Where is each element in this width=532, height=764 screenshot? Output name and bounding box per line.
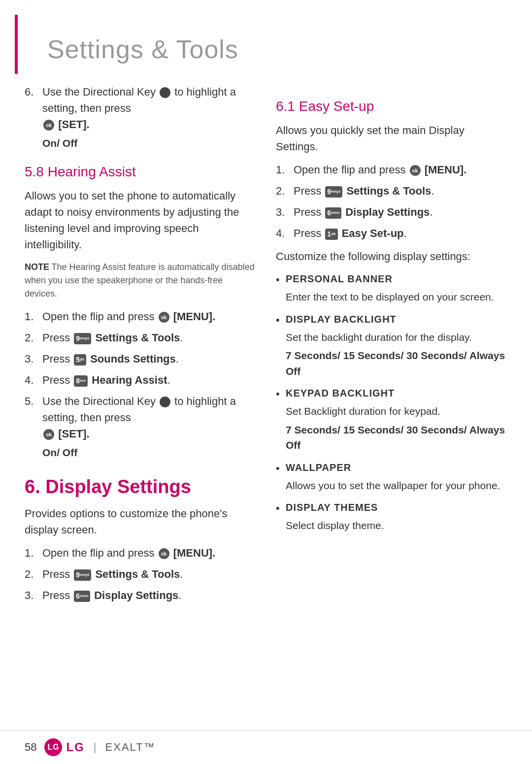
on-off-ha: On/ Off	[42, 447, 256, 459]
brand-logo: LG LG | EXALT™	[44, 738, 155, 756]
easy-setup-bullets: PERSONAL BANNER Enter the text to be dis…	[276, 271, 507, 533]
page-title: Settings & Tools	[47, 34, 238, 64]
ok-icon-ds1: ok	[159, 548, 169, 559]
es-step-num-2: 2.	[276, 183, 294, 199]
display-settings-steps: 1. Open the flip and press ok [MENU]. 2.…	[25, 545, 256, 603]
es-step-content-2: Press 9wxyz Settings & Tools.	[294, 183, 507, 199]
ds-step-1: 1. Open the flip and press ok [MENU].	[25, 545, 256, 561]
es-step-num-3: 3.	[276, 204, 294, 220]
left-column: 6. Use the Directional Key to highlight …	[25, 84, 256, 700]
num9-icon-es: 9wxyz	[325, 186, 342, 198]
content-area: 6. Use the Directional Key to highlight …	[0, 74, 532, 730]
ds-step-3: 3. Press 6mno Display Settings.	[25, 587, 256, 603]
ha-step-3: 3. Press 5jkl Sounds Settings.	[25, 351, 256, 367]
right-column: 6.1 Easy Set-up Allows you quickly set t…	[276, 84, 507, 700]
bullet-body-pb: Enter the text to be displayed on your s…	[286, 289, 507, 305]
ha-step-content-4: Press 8tuv Hearing Assist.	[42, 372, 256, 388]
section-6: 6. Display Settings Provides options to …	[25, 476, 256, 603]
brand-model: EXALT™	[105, 741, 156, 754]
brand-separator: |	[94, 741, 97, 754]
ds-step-num-3: 3.	[25, 587, 42, 603]
bullet-personal-banner: PERSONAL BANNER Enter the text to be dis…	[276, 271, 507, 305]
heading-58: 5.8 Hearing Assist	[25, 164, 256, 180]
es-step-content-4: Press 1ab Easy Set-up.	[294, 225, 507, 241]
description-61: Allows you quickly set the main Display …	[276, 122, 507, 155]
ds-step-num-1: 1.	[25, 545, 42, 561]
ha-step-content-1: Open the flip and press ok [MENU].	[42, 308, 256, 325]
es-step-content-3: Press 6mno Display Settings.	[294, 204, 507, 220]
footer: 58 LG LG | EXALT™	[0, 730, 532, 764]
step-content-6: Use the Directional Key to highlight a s…	[42, 84, 256, 133]
directional-key-icon-5	[160, 397, 170, 407]
ha-step-content-3: Press 5jkl Sounds Settings.	[42, 351, 256, 367]
ha-step-num-5: 5.	[25, 393, 42, 409]
ha-step-num-3: 3.	[25, 351, 42, 367]
num8-icon: 8tuv	[74, 375, 88, 387]
es-step-content-1: Open the flip and press ok [MENU].	[294, 162, 507, 178]
es-step-4: 4. Press 1ab Easy Set-up.	[276, 225, 507, 241]
ds-step-content-1: Open the flip and press ok [MENU].	[42, 545, 256, 561]
heading-61: 6.1 Easy Set-up	[276, 99, 507, 114]
ha-step-num-2: 2.	[25, 330, 42, 346]
num6-icon-es: 6mno	[325, 207, 341, 219]
page-number: 58	[25, 741, 36, 754]
bullet-wallpaper: WALLPAPER Allows you to set the wallpape…	[276, 460, 507, 494]
bullet-heading-kb: KEYPAD BACKLIGHT	[286, 386, 507, 400]
ha-step-1: 1. Open the flip and press ok [MENU].	[25, 308, 256, 325]
num9-icon: 9wxyz	[74, 333, 91, 344]
on-off-label: On/ Off	[42, 137, 256, 149]
ha-step-content-2: Press 9wxyz Settings & Tools.	[42, 330, 256, 346]
ok-icon-ha1: ok	[159, 312, 169, 323]
page-container: Settings & Tools 6. Use the Directional …	[0, 0, 532, 764]
section-58: 5.8 Hearing Assist Allows you to set the…	[25, 164, 256, 459]
ha-step-5: 5. Use the Directional Key to highlight …	[25, 393, 256, 442]
bullet-heading-db: DISPLAY BACKLIGHT	[286, 312, 507, 327]
note-text: The Hearing Assist feature is automatica…	[25, 262, 255, 299]
ha-step-num-1: 1.	[25, 308, 42, 325]
description-6: Provides options to customize the phone'…	[25, 505, 256, 538]
bullet-heading-wp: WALLPAPER	[286, 460, 507, 475]
heading-6: 6. Display Settings	[25, 476, 256, 498]
ha-step-num-4: 4.	[25, 372, 42, 388]
ds-step-content-2: Press 9wxyz Settings & Tools.	[42, 566, 256, 582]
num5-icon: 5jkl	[74, 354, 86, 365]
description-58: Allows you to set the phone to automatic…	[25, 188, 256, 253]
bullet-body-wp: Allows you to set the wallpaper for your…	[286, 478, 507, 494]
num9-icon-ds: 9wxyz	[74, 569, 91, 581]
ok-icon-ha5: ok	[43, 429, 54, 440]
dir-key-text: Use the Directional Key	[42, 86, 156, 98]
ds-step-content-3: Press 6mno Display Settings.	[42, 587, 256, 603]
intro-step-6: 6. Use the Directional Key to highlight …	[25, 84, 256, 133]
es-step-2: 2. Press 9wxyz Settings & Tools.	[276, 183, 507, 199]
bullet-sub-db: 7 Seconds/ 15 Seconds/ 30 Seconds/ Alway…	[286, 348, 507, 379]
num6-icon-ds: 6mno	[74, 591, 90, 602]
bullet-body-db: Set the backlight duration for the displ…	[286, 330, 507, 345]
bullet-display-backlight: DISPLAY BACKLIGHT Set the backlight dura…	[276, 312, 507, 379]
bullet-heading-pb: PERSONAL BANNER	[286, 271, 507, 286]
hearing-assist-steps: 1. Open the flip and press ok [MENU]. 2.…	[25, 308, 256, 459]
es-step-num-4: 4.	[276, 225, 294, 241]
note-label: NOTE	[25, 262, 49, 272]
ok-icon: ok	[43, 120, 54, 131]
bullet-keypad-backlight: KEYPAD BACKLIGHT Set Backlight duration …	[276, 386, 507, 453]
bullet-body-kb: Set Backlight duration for keypad.	[286, 403, 507, 419]
note-block: NOTE The Hearing Assist feature is autom…	[25, 261, 256, 300]
es-step-3: 3. Press 6mno Display Settings.	[276, 204, 507, 220]
page-header: Settings & Tools	[15, 15, 532, 74]
bullet-display-themes: DISPLAY THEMES Select display theme.	[276, 500, 507, 533]
directional-key-icon	[160, 87, 170, 98]
ha-step-2: 2. Press 9wxyz Settings & Tools.	[25, 330, 256, 346]
ha-step-4: 4. Press 8tuv Hearing Assist.	[25, 372, 256, 388]
easy-setup-steps: 1. Open the flip and press ok [MENU]. 2.…	[276, 162, 507, 241]
section-61: 6.1 Easy Set-up Allows you quickly set t…	[276, 99, 507, 533]
num1-icon-es: 1ab	[325, 229, 337, 240]
ha-step-content-5: Use the Directional Key to highlight a s…	[42, 393, 256, 442]
bullet-heading-dt: DISPLAY THEMES	[286, 500, 507, 515]
bullet-sub-kb: 7 Seconds/ 15 Seconds/ 30 Seconds/ Alway…	[286, 422, 507, 453]
ds-step-2: 2. Press 9wxyz Settings & Tools.	[25, 566, 256, 582]
step-num-6: 6.	[25, 84, 42, 100]
customize-text: Customize the following display settings…	[276, 248, 507, 265]
brand-name: LG	[66, 740, 84, 754]
es-step-num-1: 1.	[276, 162, 294, 178]
ok-icon-es1: ok	[410, 165, 421, 176]
